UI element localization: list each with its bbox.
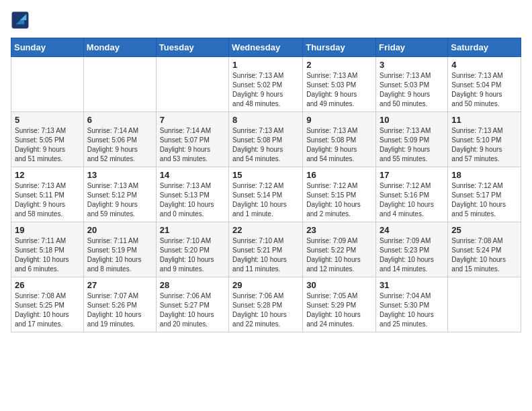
calendar-week-3: 12Sunrise: 7:13 AM Sunset: 5:11 PM Dayli… <box>11 167 521 222</box>
day-number: 27 <box>87 280 152 290</box>
calendar-cell: 2Sunrise: 7:13 AM Sunset: 5:03 PM Daylig… <box>303 57 376 112</box>
calendar-week-2: 5Sunrise: 7:13 AM Sunset: 5:05 PM Daylig… <box>11 112 521 167</box>
day-info: Sunrise: 7:10 AM Sunset: 5:21 PM Dayligh… <box>232 236 299 274</box>
day-info: Sunrise: 7:13 AM Sunset: 5:04 PM Dayligh… <box>451 71 517 109</box>
day-info: Sunrise: 7:12 AM Sunset: 5:14 PM Dayligh… <box>232 181 299 219</box>
day-info: Sunrise: 7:11 AM Sunset: 5:19 PM Dayligh… <box>87 236 152 274</box>
calendar-cell: 11Sunrise: 7:13 AM Sunset: 5:10 PM Dayli… <box>448 112 521 167</box>
day-info: Sunrise: 7:06 AM Sunset: 5:27 PM Dayligh… <box>160 291 225 329</box>
day-info: Sunrise: 7:12 AM Sunset: 5:15 PM Dayligh… <box>306 181 372 219</box>
day-info: Sunrise: 7:13 AM Sunset: 5:08 PM Dayligh… <box>306 126 372 164</box>
calendar-cell: 23Sunrise: 7:09 AM Sunset: 5:22 PM Dayli… <box>303 222 376 277</box>
calendar-cell: 17Sunrise: 7:12 AM Sunset: 5:16 PM Dayli… <box>376 167 448 222</box>
day-number: 17 <box>380 170 444 180</box>
calendar-cell: 1Sunrise: 7:13 AM Sunset: 5:02 PM Daylig… <box>229 57 303 112</box>
day-number: 16 <box>306 170 372 180</box>
header-wednesday: Wednesday <box>229 38 303 57</box>
calendar-cell: 24Sunrise: 7:09 AM Sunset: 5:23 PM Dayli… <box>376 222 448 277</box>
calendar-cell: 22Sunrise: 7:10 AM Sunset: 5:21 PM Dayli… <box>229 222 303 277</box>
day-number: 29 <box>232 280 299 290</box>
day-info: Sunrise: 7:13 AM Sunset: 5:10 PM Dayligh… <box>451 126 517 164</box>
day-info: Sunrise: 7:07 AM Sunset: 5:26 PM Dayligh… <box>87 291 152 329</box>
calendar-week-4: 19Sunrise: 7:11 AM Sunset: 5:18 PM Dayli… <box>11 222 521 277</box>
calendar-cell: 15Sunrise: 7:12 AM Sunset: 5:14 PM Dayli… <box>229 167 303 222</box>
day-info: Sunrise: 7:13 AM Sunset: 5:03 PM Dayligh… <box>380 71 444 109</box>
day-number: 5 <box>15 115 80 125</box>
day-info: Sunrise: 7:08 AM Sunset: 5:25 PM Dayligh… <box>15 291 80 329</box>
calendar-cell: 16Sunrise: 7:12 AM Sunset: 5:15 PM Dayli… <box>303 167 376 222</box>
day-info: Sunrise: 7:14 AM Sunset: 5:06 PM Dayligh… <box>87 126 152 164</box>
calendar-cell: 28Sunrise: 7:06 AM Sunset: 5:27 PM Dayli… <box>156 277 228 332</box>
day-number: 28 <box>160 280 225 290</box>
header-tuesday: Tuesday <box>156 38 228 57</box>
logo <box>11 11 32 30</box>
calendar-cell: 4Sunrise: 7:13 AM Sunset: 5:04 PM Daylig… <box>448 57 521 112</box>
calendar-week-1: 1Sunrise: 7:13 AM Sunset: 5:02 PM Daylig… <box>11 57 521 112</box>
calendar-cell: 8Sunrise: 7:13 AM Sunset: 5:08 PM Daylig… <box>229 112 303 167</box>
calendar-cell <box>11 57 84 112</box>
day-number: 14 <box>160 170 225 180</box>
calendar-header-row: SundayMondayTuesdayWednesdayThursdayFrid… <box>11 38 521 57</box>
day-number: 30 <box>306 280 372 290</box>
calendar-cell: 9Sunrise: 7:13 AM Sunset: 5:08 PM Daylig… <box>303 112 376 167</box>
day-info: Sunrise: 7:08 AM Sunset: 5:24 PM Dayligh… <box>451 236 517 274</box>
header-sunday: Sunday <box>11 38 84 57</box>
calendar-cell: 13Sunrise: 7:13 AM Sunset: 5:12 PM Dayli… <box>83 167 156 222</box>
day-number: 26 <box>15 280 80 290</box>
day-info: Sunrise: 7:13 AM Sunset: 5:02 PM Dayligh… <box>232 71 299 109</box>
day-info: Sunrise: 7:09 AM Sunset: 5:22 PM Dayligh… <box>306 236 372 274</box>
day-info: Sunrise: 7:14 AM Sunset: 5:07 PM Dayligh… <box>160 126 225 164</box>
calendar-cell: 27Sunrise: 7:07 AM Sunset: 5:26 PM Dayli… <box>83 277 156 332</box>
calendar-table: SundayMondayTuesdayWednesdayThursdayFrid… <box>11 38 521 332</box>
day-number: 6 <box>87 115 152 125</box>
calendar-cell: 12Sunrise: 7:13 AM Sunset: 5:11 PM Dayli… <box>11 167 84 222</box>
day-info: Sunrise: 7:13 AM Sunset: 5:09 PM Dayligh… <box>380 126 444 164</box>
calendar-cell: 30Sunrise: 7:05 AM Sunset: 5:29 PM Dayli… <box>303 277 376 332</box>
day-number: 12 <box>15 170 80 180</box>
calendar-cell: 3Sunrise: 7:13 AM Sunset: 5:03 PM Daylig… <box>376 57 448 112</box>
day-number: 2 <box>306 60 372 70</box>
day-number: 31 <box>380 280 444 290</box>
calendar-week-5: 26Sunrise: 7:08 AM Sunset: 5:25 PM Dayli… <box>11 277 521 332</box>
calendar-cell: 14Sunrise: 7:13 AM Sunset: 5:13 PM Dayli… <box>156 167 228 222</box>
calendar-cell: 25Sunrise: 7:08 AM Sunset: 5:24 PM Dayli… <box>448 222 521 277</box>
logo-icon <box>11 11 30 30</box>
header-saturday: Saturday <box>448 38 521 57</box>
day-number: 13 <box>87 170 152 180</box>
day-number: 19 <box>15 225 80 235</box>
day-info: Sunrise: 7:06 AM Sunset: 5:28 PM Dayligh… <box>232 291 299 329</box>
calendar-cell: 7Sunrise: 7:14 AM Sunset: 5:07 PM Daylig… <box>156 112 228 167</box>
calendar-body: 1Sunrise: 7:13 AM Sunset: 5:02 PM Daylig… <box>11 57 521 332</box>
day-number: 18 <box>451 170 517 180</box>
calendar-cell <box>156 57 228 112</box>
calendar-cell <box>83 57 156 112</box>
calendar-cell: 5Sunrise: 7:13 AM Sunset: 5:05 PM Daylig… <box>11 112 84 167</box>
day-number: 3 <box>380 60 444 70</box>
calendar-cell: 21Sunrise: 7:10 AM Sunset: 5:20 PM Dayli… <box>156 222 228 277</box>
day-number: 21 <box>160 225 225 235</box>
calendar-cell <box>448 277 521 332</box>
day-info: Sunrise: 7:13 AM Sunset: 5:08 PM Dayligh… <box>232 126 299 164</box>
calendar-cell: 18Sunrise: 7:12 AM Sunset: 5:17 PM Dayli… <box>448 167 521 222</box>
day-info: Sunrise: 7:12 AM Sunset: 5:16 PM Dayligh… <box>380 181 444 219</box>
day-info: Sunrise: 7:09 AM Sunset: 5:23 PM Dayligh… <box>380 236 444 274</box>
day-info: Sunrise: 7:12 AM Sunset: 5:17 PM Dayligh… <box>451 181 517 219</box>
day-info: Sunrise: 7:10 AM Sunset: 5:20 PM Dayligh… <box>160 236 225 274</box>
day-info: Sunrise: 7:13 AM Sunset: 5:05 PM Dayligh… <box>15 126 80 164</box>
day-number: 10 <box>380 115 444 125</box>
day-number: 11 <box>451 115 517 125</box>
day-number: 23 <box>306 225 372 235</box>
calendar-cell: 19Sunrise: 7:11 AM Sunset: 5:18 PM Dayli… <box>11 222 84 277</box>
day-number: 8 <box>232 115 299 125</box>
header-thursday: Thursday <box>303 38 376 57</box>
header-monday: Monday <box>83 38 156 57</box>
calendar-cell: 6Sunrise: 7:14 AM Sunset: 5:06 PM Daylig… <box>83 112 156 167</box>
page-header <box>11 11 521 30</box>
day-info: Sunrise: 7:05 AM Sunset: 5:29 PM Dayligh… <box>306 291 372 329</box>
day-number: 9 <box>306 115 372 125</box>
day-number: 24 <box>380 225 444 235</box>
day-info: Sunrise: 7:13 AM Sunset: 5:11 PM Dayligh… <box>15 181 80 219</box>
day-info: Sunrise: 7:13 AM Sunset: 5:12 PM Dayligh… <box>87 181 152 219</box>
header-friday: Friday <box>376 38 448 57</box>
calendar-cell: 29Sunrise: 7:06 AM Sunset: 5:28 PM Dayli… <box>229 277 303 332</box>
